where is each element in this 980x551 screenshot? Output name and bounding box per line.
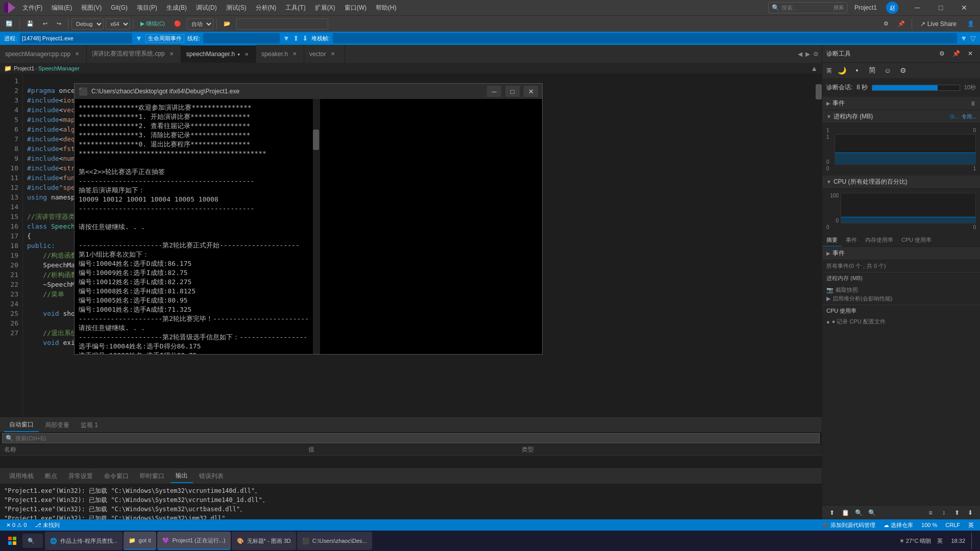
status-select-repo[interactable]: ☁ 选择仓库 [881,519,915,531]
diag-bottom-sort-btn[interactable]: ↕ [938,507,949,518]
diag-bottom-nav-btn2[interactable]: ⬇ [965,507,976,518]
tab-close-4[interactable]: ✕ [329,50,337,58]
menu-tools[interactable]: 工具(T) [281,2,309,14]
diag-bottom-btn3[interactable]: 🔍 [853,507,864,518]
diag-bottom-btn4[interactable]: 🔍 [866,507,877,518]
taskbar-search[interactable]: 🔍 [22,534,43,548]
account-btn[interactable]: 👤 [964,18,978,30]
auto-tab-local[interactable]: 局部变量 [40,419,75,432]
minimize-button[interactable]: ─ [905,0,929,15]
tray-ime[interactable]: 英 [935,537,945,545]
lifecycle-btn[interactable]: 生命周期事件 [145,34,184,43]
scrollbar-thumb[interactable] [313,130,319,150]
toolbar-new-btn[interactable]: 🔄 [2,18,16,30]
menu-edit[interactable]: 编辑(E) [47,2,76,14]
taskbar-app-2[interactable]: 💜 Project1 (正在运行...) [157,532,231,550]
menu-extensions[interactable]: 扩展(X) [311,2,339,14]
breadcrumb-class[interactable]: SpeechManager [38,65,80,71]
live-share-button[interactable]: ↗ Live Share [915,18,962,30]
tab-command[interactable]: 命令窗口 [99,470,134,483]
stack-expand-btn[interactable]: ▽ [970,34,976,42]
auto-search-input[interactable] [15,435,816,441]
console-minimize-btn[interactable]: ─ [487,86,501,97]
debug-config-select[interactable]: Debug [71,18,104,30]
output-content[interactable]: "Project1.exe"(Win32): 已加载 "C:\Windows\S… [0,484,822,520]
toolbar-pin-btn[interactable]: 📌 [894,18,909,30]
tab-speech-system[interactable]: 演讲比赛流程管理系统.cpp ✕ [87,45,181,63]
tab-exceptions[interactable]: 异常设置 [63,470,98,483]
auto-tab-watch[interactable]: 监视 1 [76,419,103,432]
tab-callstack[interactable]: 调用堆栈 [4,470,39,483]
toolbar-undo-btn[interactable]: ↩ [39,18,51,30]
diag-tab-memory[interactable]: 内存使用率 [861,234,897,246]
status-add-source[interactable]: ➕ 添加到源代码管理 [820,519,877,531]
file-open-btn[interactable]: 📂 [220,18,234,30]
diag-tab-events[interactable]: 事件 [842,234,861,246]
console-scrollbar[interactable] [313,99,320,354]
tab-close-2[interactable]: ✕ [242,50,251,58]
menu-build[interactable]: 生成(B) [162,2,191,14]
tab-settings-btn[interactable]: ⚙ [812,49,820,59]
console-close-btn[interactable]: ✕ [524,86,538,97]
tab-close-1[interactable]: ✕ [167,50,176,58]
taskbar-app-3[interactable]: 🎨 无标题* - 图画 3D [232,532,296,550]
tab-speaker-h[interactable]: speaker.h ✕ [256,45,304,63]
menu-file[interactable]: 文件(F) [18,2,46,14]
tab-errorlist[interactable]: 错误列表 [194,470,229,483]
tab-speechmanagercpp[interactable]: speechManagercpp.cpp ✕ [0,45,87,63]
start-button[interactable] [4,533,20,549]
panel-settings-btn[interactable]: ⚙ [936,48,947,59]
memory-section-header[interactable]: ▼ 进程内存 (MB) 快... 专用... [822,110,980,123]
tab-breakpoints[interactable]: 断点 [40,470,62,483]
diag-bottom-btn1[interactable]: ⬆ [826,507,838,518]
tab-output[interactable]: 输出 [170,469,193,483]
status-error[interactable]: ✕ 0 ⚠ 0 [4,519,29,531]
cpu-section-header[interactable]: ▼ CPU (所有处理器的百分比) [822,176,980,189]
user-avatar[interactable]: 赵 [886,2,898,14]
diag-moon-btn[interactable]: 🌙 [836,65,847,76]
heap-link[interactable]: ▶ 启用堆分析(会影响性能) [826,295,976,303]
breadcrumb-project[interactable]: Project1 [14,65,34,71]
tab-immediate[interactable]: 即时窗口 [135,470,169,483]
taskbar-app-4[interactable]: ⬛ C:\Users\zhaoc\Des... [297,532,372,550]
stack-dropdown-btn[interactable]: ▼ [960,34,967,42]
continue-button[interactable]: ▶ 继续(C) [137,18,168,30]
tab-vector[interactable]: vector ✕ [304,45,345,63]
tab-speechmanager-h[interactable]: speechManager.h ● ✕ [181,45,256,63]
auto-tab-auto[interactable]: 自动窗口 [4,418,39,432]
toolbar-options-btn[interactable]: ⚙ [880,18,892,30]
editor-scrollbar[interactable] [816,74,822,417]
cpu-record-link[interactable]: ● ● 记录 CPU 配置文件 [822,317,980,327]
process-selector[interactable] [20,33,132,43]
thread-dropdown-btn[interactable]: ▼ [283,34,290,42]
diag-emoji-btn[interactable]: ☺ [882,65,893,76]
diag-settings-btn2[interactable]: ⚙ [897,65,909,76]
thread-selector[interactable] [203,33,280,43]
process-dropdown-btn[interactable]: ▼ [135,34,142,42]
path-input[interactable] [236,18,328,30]
events-section-header[interactable]: ▶ 事件 ⏸ [822,97,980,110]
taskbar-app-0[interactable]: 🌐 作品上传-程序员查找... [45,532,122,550]
tab-close-0[interactable]: ✕ [73,50,81,58]
thread-nav-btn1[interactable]: ⬆ [293,34,299,42]
thread-nav-btn2[interactable]: ⬇ [302,34,308,42]
console-maximize-btn[interactable]: □ [505,86,520,97]
tray-weather[interactable]: ☀ 27°C 晴朗 [897,537,934,545]
global-search-box[interactable]: 🔍 搜索 [768,2,847,13]
close-button[interactable]: ✕ [952,0,976,15]
toolbar-redo-btn[interactable]: ↪ [53,18,65,30]
menu-window[interactable]: 窗口(W) [340,2,371,14]
diag-events-sub-header[interactable]: ▶ 事件 [822,247,980,260]
diag-text-btn[interactable]: 简 [867,65,878,76]
restart-button[interactable]: 🔴 [170,18,185,30]
panel-pin-btn[interactable]: 📌 [950,48,962,59]
diag-bottom-btn2[interactable]: 📋 [840,507,851,518]
search-input[interactable] [781,5,832,11]
diag-tab-summary[interactable]: 摘要 [822,234,842,246]
auto-select[interactable]: 自动 [187,18,213,30]
platform-select[interactable]: x64 [106,18,130,30]
menu-analyze[interactable]: 分析(N) [252,2,281,14]
tab-scroll-left[interactable]: ◀ [797,49,803,59]
panel-close-btn[interactable]: ✕ [965,48,976,59]
tray-clock[interactable]: 18:32 [947,537,969,544]
